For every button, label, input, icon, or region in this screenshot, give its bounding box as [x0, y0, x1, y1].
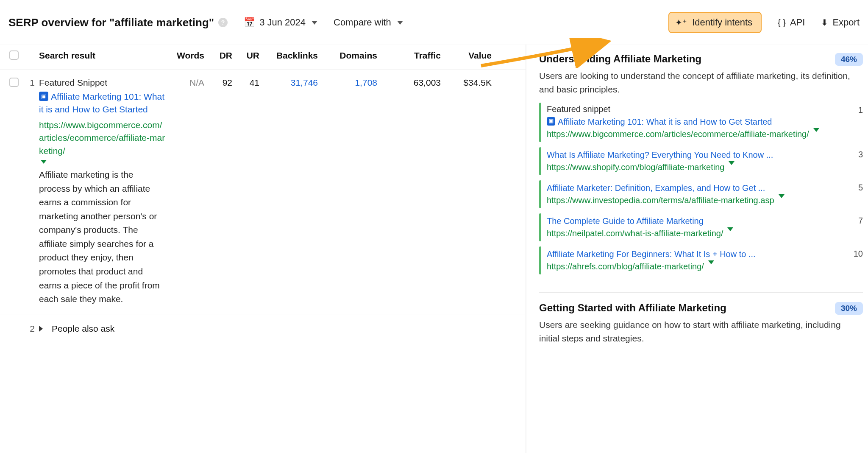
divider [539, 292, 863, 293]
intent-result-url[interactable]: https://www.bigcommerce.com/articles/eco… [547, 128, 819, 140]
image-icon: ▣ [547, 117, 555, 126]
chevron-right-icon[interactable] [39, 326, 43, 332]
intent-description: Users are seeking guidance on how to sta… [539, 318, 863, 345]
api-label: API [790, 17, 805, 28]
help-icon[interactable]: ? [218, 18, 228, 27]
intent-result-rank: 1 [847, 104, 863, 140]
intent-result-rank: 7 [847, 215, 863, 240]
select-all-checkbox[interactable] [9, 50, 19, 60]
chevron-down-icon [813, 128, 819, 132]
intent-result-rank: 10 [847, 248, 863, 273]
cell-words: N/A [166, 78, 211, 88]
result-description: Affiliate marketing is the process by wh… [39, 168, 166, 306]
intent-result: Affiliate Marketing For Beginners: What … [539, 244, 863, 277]
intent-result-title[interactable]: ▣Affiliate Marketing 101: What it is and… [547, 116, 841, 128]
intent-result-rank: 5 [847, 182, 863, 207]
intent-result: The Complete Guide to Affiliate Marketin… [539, 211, 863, 244]
col-backlinks[interactable]: Backlinks [265, 50, 325, 61]
serp-table: Search result Words DR UR Backlinks Doma… [0, 45, 526, 453]
col-domains[interactable]: Domains [325, 50, 384, 61]
intent-percent-badge: 46% [835, 53, 863, 66]
date-picker[interactable]: 📅 3 Jun 2024 [244, 17, 317, 28]
intent-title: Getting Started with Affiliate Marketing [539, 302, 827, 314]
result-type[interactable]: People also ask [52, 324, 114, 334]
result-url-text: https://www.bigcommerce.com/articles/eco… [39, 119, 166, 157]
identify-label: Identify intents [692, 17, 752, 28]
chevron-down-icon [779, 194, 785, 198]
intent-description: Users are looking to understand the conc… [539, 69, 863, 96]
calendar-icon: 📅 [244, 18, 255, 27]
chevron-down-icon [312, 21, 317, 25]
intent-result-url[interactable]: https://ahrefs.com/blog/affiliate-market… [547, 260, 714, 273]
result-title-text: Affiliate Marketing 101: What it is and … [39, 92, 164, 114]
col-dr[interactable]: DR [211, 50, 238, 61]
table-row: 2 People also ask [0, 314, 526, 343]
intents-panel: Understanding Affiliate Marketing 46% Us… [526, 45, 868, 453]
result-type: Featured Snippet [39, 78, 166, 88]
page-title-text: SERP overview for "affiliate marketing" [8, 16, 214, 29]
intent-result-url[interactable]: https://neilpatel.com/what-is-affiliate-… [547, 227, 733, 240]
col-words[interactable]: Words [166, 50, 211, 61]
row-index: 1 [23, 78, 39, 88]
intent-result-title[interactable]: What Is Affiliate Marketing? Everything … [547, 149, 841, 161]
chevron-down-icon [397, 21, 403, 25]
intent-block: Understanding Affiliate Marketing 46% Us… [539, 53, 863, 277]
intent-result-url[interactable]: https://www.shopify.com/blog/affiliate-m… [547, 161, 734, 173]
row-index: 2 [23, 324, 39, 334]
chevron-down-icon [729, 161, 734, 165]
chevron-down-icon [708, 260, 714, 264]
braces-icon: { } [778, 18, 786, 28]
export-label: Export [832, 17, 860, 28]
cell-ur: 41 [238, 78, 265, 88]
cell-traffic: 63,003 [384, 78, 448, 88]
col-value[interactable]: Value [448, 50, 498, 61]
identify-intents-button[interactable]: ✦⁺ Identify intents [668, 12, 762, 33]
date-label: 3 Jun 2024 [259, 17, 306, 28]
table-header: Search result Words DR UR Backlinks Doma… [0, 45, 526, 70]
sparkle-icon: ✦⁺ [675, 17, 687, 28]
col-search-result[interactable]: Search result [39, 50, 166, 61]
compare-label: Compare with [334, 17, 391, 28]
chevron-down-icon [41, 160, 47, 164]
intent-block: Getting Started with Affiliate Marketing… [539, 302, 863, 345]
col-traffic[interactable]: Traffic [384, 50, 448, 61]
compare-with-dropdown[interactable]: Compare with [334, 17, 403, 28]
result-title-link[interactable]: ▣Affiliate Marketing 101: What it is and… [39, 90, 166, 116]
intent-result-url[interactable]: https://www.investopedia.com/terms/a/aff… [547, 194, 785, 207]
intent-result-rank: 3 [847, 149, 863, 173]
intent-title: Understanding Affiliate Marketing [539, 53, 827, 65]
api-button[interactable]: { } API [778, 17, 805, 28]
cell-value: $34.5K [448, 78, 498, 88]
result-url[interactable]: https://www.bigcommerce.com/articles/eco… [39, 119, 166, 164]
intent-result: Affiliate Marketer: Definition, Examples… [539, 178, 863, 211]
cell-backlinks[interactable]: 31,746 [265, 78, 325, 88]
download-icon: ⬇ [821, 17, 828, 28]
cell-domains[interactable]: 1,708 [325, 78, 384, 88]
table-row: 1 Featured Snippet ▣Affiliate Marketing … [0, 70, 526, 314]
page-title: SERP overview for "affiliate marketing" … [8, 16, 228, 29]
intent-result-title[interactable]: Affiliate Marketing For Beginners: What … [547, 248, 841, 260]
intent-result-title[interactable]: Affiliate Marketer: Definition, Examples… [547, 182, 841, 194]
cell-dr: 92 [211, 78, 238, 88]
intent-percent-badge: 30% [835, 302, 863, 315]
intent-feature-label: Featured snippet [547, 104, 841, 114]
intent-result: Featured snippet ▣Affiliate Marketing 10… [539, 100, 863, 145]
row-checkbox[interactable] [9, 78, 19, 87]
export-button[interactable]: ⬇ Export [821, 17, 860, 28]
intent-result: What Is Affiliate Marketing? Everything … [539, 145, 863, 178]
col-ur[interactable]: UR [238, 50, 265, 61]
image-icon: ▣ [39, 92, 48, 101]
intent-result-title[interactable]: The Complete Guide to Affiliate Marketin… [547, 215, 841, 227]
chevron-down-icon [727, 227, 733, 231]
